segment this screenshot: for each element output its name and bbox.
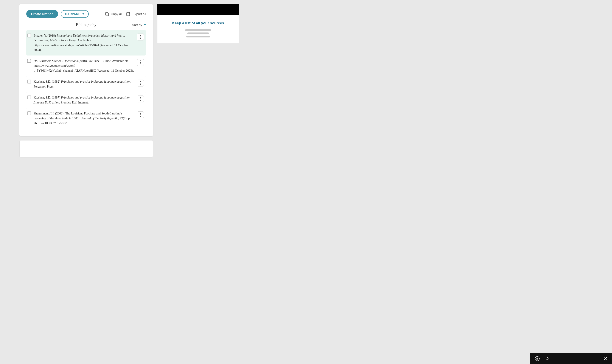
pause-icon: [535, 356, 540, 361]
bibliography-title: Bibliography: [66, 23, 106, 27]
citation-list: Brazier, Y. (2018) Psychology: Definitio…: [26, 30, 146, 129]
svg-point-3: [535, 356, 539, 361]
three-dots-icon: [140, 60, 141, 64]
citation-checkbox-4[interactable]: [27, 95, 31, 99]
citation-item: Krashen, S.D. (1987) Principles and prac…: [26, 92, 146, 108]
promo-line-2: [187, 32, 209, 34]
citation-menu-button-2[interactable]: [137, 59, 144, 66]
citation-text-4: Krashen, S.D. (1987) Principles and prac…: [34, 95, 134, 105]
citation-item: Shugerman, J.H. (2002) ‘The Louisiana Pu…: [26, 108, 146, 129]
video-pause-button[interactable]: [534, 355, 541, 362]
three-dots-icon: [140, 81, 141, 85]
copy-icon: [105, 12, 109, 16]
svg-marker-6: [546, 357, 548, 360]
create-citation-button[interactable]: Create citation: [26, 10, 58, 18]
copy-all-button[interactable]: Copy all: [105, 12, 122, 16]
promo-line-1: [185, 29, 211, 31]
video-black-bar: [157, 4, 239, 15]
citation-item: Krashen, S.D. (1982) Principles and prac…: [26, 76, 146, 92]
citation-checkbox-5[interactable]: [27, 111, 31, 115]
promo-card: Keep a list of all your sources: [157, 15, 239, 44]
video-controls-bar: [530, 353, 612, 364]
sort-chevron-icon: [144, 24, 146, 26]
chevron-down-icon: [82, 13, 84, 15]
video-close-button[interactable]: [602, 356, 608, 361]
citation-panel: Create citation HARVARD Copy all: [19, 4, 153, 136]
citation-text-5: Shugerman, J.H. (2002) ‘The Louisiana Pu…: [34, 111, 134, 125]
harvard-label: HARVARD: [65, 12, 81, 16]
bottom-card: [19, 140, 153, 157]
promo-graphic: [163, 29, 234, 38]
close-icon: [603, 357, 607, 361]
citation-text-2: HSC Business Studies - Operations (2018)…: [34, 59, 134, 73]
svg-rect-1: [106, 13, 108, 15]
citation-menu-button-1[interactable]: [137, 34, 144, 40]
svg-rect-4: [537, 358, 537, 360]
citation-menu-button-4[interactable]: [137, 95, 144, 102]
video-volume-button[interactable]: [544, 355, 551, 362]
volume-icon: [545, 356, 550, 361]
toolbar: Create citation HARVARD Copy all: [26, 10, 146, 18]
citation-text-1: Brazier, Y. (2018) Psychology: Definitio…: [34, 33, 134, 52]
three-dots-icon: [140, 97, 141, 101]
three-dots-icon: [140, 35, 141, 39]
citation-menu-button-5[interactable]: [137, 111, 144, 118]
citation-menu-button-3[interactable]: [137, 80, 144, 87]
promo-title: Keep a list of all your sources: [163, 21, 234, 25]
toolbar-right: Copy all Export all: [105, 12, 146, 16]
toolbar-left: Create citation HARVARD: [26, 10, 89, 18]
right-panel: Keep a list of all your sources: [157, 4, 239, 136]
svg-rect-5: [537, 358, 538, 360]
export-icon: [126, 12, 131, 16]
citation-item: Brazier, Y. (2018) Psychology: Definitio…: [26, 30, 146, 55]
three-dots-icon: [140, 113, 141, 117]
citation-checkbox-3[interactable]: [27, 80, 31, 83]
export-all-button[interactable]: Export all: [126, 12, 146, 16]
harvard-style-button[interactable]: HARVARD: [61, 10, 89, 18]
citation-checkbox-1[interactable]: [27, 34, 31, 38]
citation-checkbox-2[interactable]: [27, 59, 31, 63]
citation-item: HSC Business Studies - Operations (2018)…: [26, 55, 146, 76]
promo-line-3: [186, 36, 210, 38]
sort-by-button[interactable]: Sort by: [132, 23, 146, 27]
bibliography-header: Bibliography Sort by: [26, 23, 146, 27]
citation-text-3: Krashen, S.D. (1982) Principles and prac…: [34, 79, 134, 89]
